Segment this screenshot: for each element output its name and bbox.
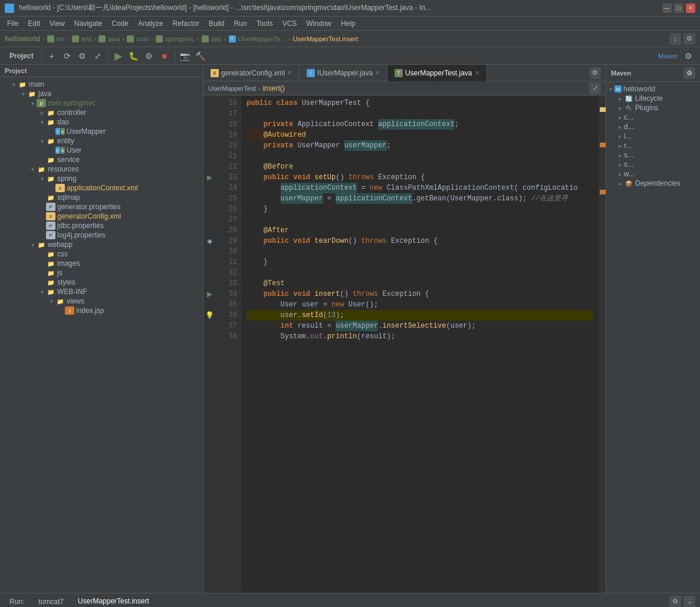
- nav-method[interactable]: UserMapperTest.insert: [293, 35, 359, 42]
- maven-item-plugins[interactable]: ▸ 🔌 Plugins: [606, 103, 700, 113]
- run-button[interactable]: ▶: [111, 49, 126, 63]
- menu-view[interactable]: View: [45, 18, 70, 29]
- maven-item-helloworld[interactable]: ▾ H helloworld: [606, 84, 700, 94]
- run-gutter-icon-23[interactable]: ▶: [207, 173, 212, 182]
- nav-usermapper[interactable]: UserMapperTe...: [238, 35, 286, 42]
- menu-navigate[interactable]: Navigate: [70, 18, 107, 29]
- maven-item-s[interactable]: ▸ s...: [606, 150, 700, 160]
- menu-file[interactable]: File: [2, 18, 23, 29]
- run-tab-tomcat[interactable]: tomcat7: [34, 595, 68, 608]
- run-tab-run[interactable]: Run:: [5, 595, 29, 608]
- sync-button[interactable]: ↕: [669, 33, 681, 45]
- menu-vcs[interactable]: VCS: [278, 18, 302, 29]
- tree-item-service[interactable]: 📁 service: [0, 155, 203, 164]
- tree-item-genconfig[interactable]: X generatorConfig.xml: [0, 212, 203, 221]
- maximize-button[interactable]: □: [674, 4, 683, 13]
- tab-settings-button[interactable]: ⚙: [589, 67, 601, 79]
- menu-refactor[interactable]: Refactor: [168, 18, 204, 29]
- tab-iusermapper-close[interactable]: ✕: [375, 70, 380, 76]
- editor-expand-button[interactable]: ⤢: [589, 83, 601, 94]
- run-hide-btn[interactable]: ⌄: [683, 596, 695, 608]
- tree-item-appcontext[interactable]: X applicationContext.xml: [0, 183, 203, 193]
- tree-item-resources[interactable]: ▾ 📁 resources: [0, 164, 203, 174]
- tree-item-user[interactable]: C b User: [0, 146, 203, 155]
- maven-settings-button[interactable]: ⚙: [681, 49, 695, 63]
- tab-usermappertest[interactable]: T UserMapperTest.java ✕: [387, 65, 487, 81]
- bc-insert-method[interactable]: insert(): [262, 84, 284, 93]
- code-text[interactable]: public class UserMapperTest { private Ap…: [242, 95, 599, 593]
- maven-label[interactable]: Maven: [656, 52, 680, 60]
- nav-src[interactable]: src: [57, 35, 65, 42]
- code-line-18: private ApplicationContext applicationCo…: [247, 119, 594, 130]
- tree-item-com-springmvc[interactable]: ▾ p com.springmvc: [0, 98, 203, 108]
- tree-item-log4j[interactable]: P log4j.properties: [0, 230, 203, 240]
- tree-item-js[interactable]: 📁 js: [0, 268, 203, 278]
- tree-item-usermapper[interactable]: I b UserMapper: [0, 127, 203, 136]
- debug-button[interactable]: 🐛: [127, 49, 141, 63]
- maven-item-d[interactable]: ▸ d...: [606, 122, 700, 131]
- nav-test[interactable]: test: [81, 35, 92, 42]
- nav-com[interactable]: com: [136, 35, 149, 42]
- stop-button[interactable]: ■: [157, 49, 172, 63]
- menu-run[interactable]: Run: [229, 18, 252, 29]
- maven-item-s2[interactable]: ▸ s...: [606, 160, 700, 169]
- maven-item-r[interactable]: ▸ r...: [606, 141, 700, 150]
- nav-dao[interactable]: dao: [211, 35, 222, 42]
- tree-item-webinf[interactable]: ▾ 📁 WEB-INF: [0, 287, 203, 296]
- tree-item-main[interactable]: ▾ 📁 main: [0, 80, 203, 89]
- scrollbar-overview[interactable]: [599, 95, 606, 593]
- tree-item-styles[interactable]: 📁 styles: [0, 278, 203, 287]
- maven-settings-btn[interactable]: ⚙: [683, 67, 695, 79]
- warn-gutter-icon-36[interactable]: 💡: [205, 311, 214, 319]
- run-config-button[interactable]: ⚙: [142, 49, 156, 63]
- tree-item-controller[interactable]: ▸ 📁 controller: [0, 108, 203, 117]
- maven-item-i[interactable]: ▸ i...: [606, 131, 700, 141]
- minimize-button[interactable]: —: [662, 4, 672, 13]
- menu-code[interactable]: Code: [107, 18, 133, 29]
- camera-button[interactable]: 📷: [178, 49, 192, 63]
- tree-item-spring[interactable]: ▾ 📁 spring: [0, 174, 203, 183]
- menu-window[interactable]: Window: [301, 18, 336, 29]
- code-line-38: System.out.println(result);: [247, 331, 594, 342]
- tree-item-entity[interactable]: ▾ 📁 entity: [0, 136, 203, 146]
- add-button[interactable]: +: [45, 49, 59, 63]
- tree-item-webapp[interactable]: ▾ 📁 webapp: [0, 240, 203, 249]
- menu-analyze[interactable]: Analyze: [133, 18, 168, 29]
- nav-springmvc[interactable]: springmvc: [165, 35, 195, 42]
- menu-build[interactable]: Build: [204, 18, 229, 29]
- tree-item-views[interactable]: ▾ 📁 views: [0, 296, 203, 306]
- expand-button[interactable]: ⤢: [91, 49, 105, 63]
- tab-generatorconfig-close[interactable]: ✕: [287, 70, 292, 76]
- maven-item-dependencies[interactable]: ▸ 📦 Dependencies: [606, 179, 700, 188]
- code-editor[interactable]: ▶ ◈ ▶ 💡: [203, 95, 606, 593]
- maven-item-w[interactable]: ▸ w...: [606, 169, 700, 179]
- sync-files-button[interactable]: ⟳: [60, 49, 74, 63]
- menu-tools[interactable]: Tools: [252, 18, 278, 29]
- menu-help[interactable]: Help: [336, 18, 360, 29]
- tree-item-genprop[interactable]: P generator.properties: [0, 202, 203, 212]
- settings-gear-button[interactable]: ⚙: [75, 49, 90, 63]
- tree-item-dao[interactable]: ▾ 📁 dao: [0, 117, 203, 127]
- settings-button[interactable]: ⚙: [683, 33, 695, 45]
- bc-usermappertest[interactable]: UserMapperTest: [208, 85, 256, 92]
- run-tab-usermappertest[interactable]: UserMapperTest.insert: [73, 595, 154, 608]
- tree-item-java[interactable]: ▾ 📁 java: [0, 89, 203, 98]
- tree-item-indexjsp[interactable]: J index.jsp: [0, 306, 203, 315]
- project-name[interactable]: helloworld: [5, 35, 40, 43]
- build-button[interactable]: 🔨: [193, 49, 208, 63]
- bookmark-gutter-icon-29[interactable]: ◈: [207, 237, 212, 245]
- maven-item-lifecycle[interactable]: ▸ 🔄 Lifecycle: [606, 94, 700, 103]
- run-gutter-icon-34[interactable]: ▶: [207, 290, 212, 298]
- run-settings-btn[interactable]: ⚙: [669, 596, 681, 608]
- close-button[interactable]: ✕: [686, 4, 695, 13]
- tab-usermappertest-close[interactable]: ✕: [475, 70, 479, 76]
- tab-generatorconfig[interactable]: X generatorConfig.xml ✕: [203, 65, 300, 81]
- tab-iusermapper[interactable]: I IUserMapper.java ✕: [300, 65, 387, 81]
- tree-item-css[interactable]: 📁 css: [0, 249, 203, 259]
- maven-item-c[interactable]: ▸ c...: [606, 113, 700, 122]
- tree-item-sqlmap[interactable]: 📁 sqlmap: [0, 193, 203, 202]
- tree-item-jdbc[interactable]: P jdbc.properties: [0, 221, 203, 230]
- tree-item-images[interactable]: 📁 images: [0, 259, 203, 268]
- menu-edit[interactable]: Edit: [23, 18, 45, 29]
- nav-java[interactable]: java: [108, 35, 120, 42]
